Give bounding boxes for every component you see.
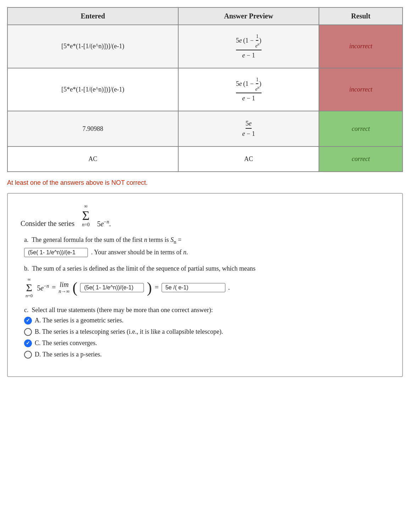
part-a: a. The general formula for the sum of th… — [21, 236, 389, 257]
part-b-equation: ∞ Σ n=0 5e−n = lim n→∞ ( (5e( 1- 1/e^n))… — [24, 277, 389, 299]
sigma-symbol: Σ — [82, 209, 90, 222]
equals-b2: = — [155, 283, 158, 292]
result-cell: correct — [319, 146, 403, 172]
part-b-label: b. The sum of a series is defined as the… — [24, 265, 389, 272]
intro-text: Consider the series — [21, 220, 74, 228]
part-b-input2[interactable]: 5e /( e-1) — [162, 283, 225, 292]
right-paren: ) — [147, 280, 152, 295]
part-b-input1[interactable]: (5e( 1- 1/e^n))/(e-1) — [80, 283, 144, 292]
col-header-result: Result — [319, 7, 403, 25]
option-A-text: A. The series is a geometric series. — [35, 317, 124, 324]
option-B[interactable]: B. The series is a telescoping series (i… — [24, 328, 389, 336]
series-intro: Consider the series ∞ Σ n=0 5e−n. — [21, 204, 389, 228]
sigma-notation: ∞ Σ n=0 — [82, 204, 90, 228]
option-D[interactable]: D. The series is a p-series. — [24, 351, 389, 359]
period-b: . — [228, 283, 230, 292]
table-row: AC AC correct — [7, 146, 403, 172]
problem-box: Consider the series ∞ Σ n=0 5e−n. a. The… — [7, 193, 403, 377]
results-table: Entered Answer Preview Result [5*e*(1-[1… — [7, 7, 403, 172]
checkbox-C[interactable] — [24, 339, 32, 347]
part-b: b. The sum of a series is defined as the… — [21, 265, 389, 299]
preview-cell: 5e (1 − 1en) e − 1 — [178, 25, 319, 68]
entered-cell: [5*e*(1-[1/(e^n)])]/(e-1) — [7, 68, 178, 111]
col-header-entered: Entered — [7, 7, 178, 25]
entered-cell: 7.90988 — [7, 111, 178, 146]
part-c: c. Select all true statements (there may… — [21, 306, 389, 359]
option-B-text: B. The series is a telescoping series (i… — [35, 328, 223, 336]
checkbox-A[interactable] — [24, 317, 32, 325]
checkbox-B[interactable] — [24, 328, 32, 336]
sigma-symbol-b: Σ — [26, 282, 32, 293]
sigma-notation-b: ∞ Σ n=0 — [26, 277, 33, 299]
option-C-text: C. The series converges. — [35, 339, 97, 347]
result-cell: incorrect — [319, 25, 403, 68]
warning-text: At least one of the answers above is NOT… — [7, 179, 403, 187]
result-cell: correct — [319, 111, 403, 146]
term-b: 5e−n — [37, 283, 49, 292]
checkbox-D[interactable] — [24, 351, 32, 359]
option-D-text: D. The series is a p-series. — [35, 351, 102, 358]
table-row: 7.90988 5e e − 1 correct — [7, 111, 403, 146]
col-header-preview: Answer Preview — [178, 7, 319, 25]
series-term: 5e−n. — [97, 219, 111, 228]
part-c-label: c. Select all true statements (there may… — [24, 306, 389, 314]
lower-limit-b: n=0 — [26, 293, 33, 299]
part-a-input[interactable]: (5e( 1- 1/e^n))/(e-1 — [24, 248, 88, 257]
lower-limit: n=0 — [82, 222, 90, 228]
table-row: [5*e*(1-[1/(e^n)])]/(e-1) 5e (1 − 1en) e… — [7, 68, 403, 111]
preview-cell: 5e (1 − 1en) e − 1 — [178, 68, 319, 111]
entered-cell: [5*e*(1-[1/(e^n)])]/(e-1) — [7, 25, 178, 68]
equals-b: = — [52, 283, 56, 292]
option-C[interactable]: C. The series converges. — [24, 339, 389, 347]
lim-block: lim n→∞ — [58, 281, 69, 294]
preview-cell: 5e e − 1 — [178, 111, 319, 146]
table-row: [5*e*(1-[1/(e^n)])]/(e-1) 5e (1 − 1en) e… — [7, 25, 403, 68]
result-cell: incorrect — [319, 68, 403, 111]
part-a-input-line: (5e( 1- 1/e^n))/(e-1 . Your answer shoul… — [24, 248, 389, 257]
entered-cell: AC — [7, 146, 178, 172]
preview-cell: AC — [178, 146, 319, 172]
left-paren: ( — [72, 280, 77, 295]
part-a-label: a. The general formula for the sum of th… — [24, 236, 389, 245]
option-A[interactable]: A. The series is a geometric series. — [24, 317, 389, 325]
